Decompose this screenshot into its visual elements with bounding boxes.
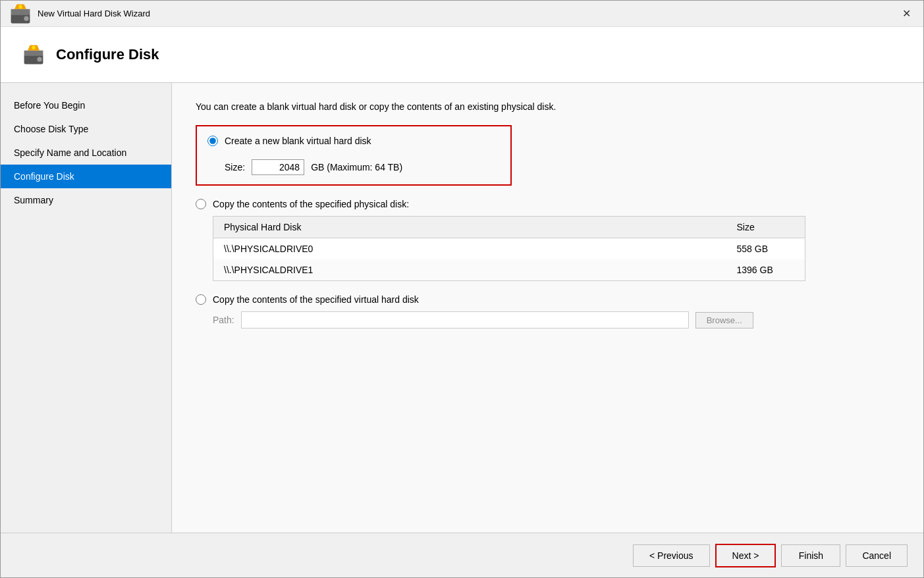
disk-name-cell: \\.\PHYSICALDRIVE1 <box>213 259 726 281</box>
size-row: Size: GB (Maximum: 64 TB) <box>225 159 500 175</box>
title-bar-left: New Virtual Hard Disk Wizard <box>9 2 150 26</box>
sidebar: Before You Begin Choose Disk Type Specif… <box>1 83 172 533</box>
physical-disk-table-section: Physical Hard Disk Size \\.\PHYSICALDRIV… <box>213 216 900 281</box>
cancel-button[interactable]: Cancel <box>846 544 908 567</box>
previous-button[interactable]: < Previous <box>633 544 710 567</box>
svg-point-7 <box>37 57 41 62</box>
svg-point-2 <box>24 16 28 20</box>
size-unit: GB (Maximum: 64 TB) <box>311 162 402 172</box>
create-new-label[interactable]: Create a new blank virtual hard disk <box>225 136 371 146</box>
copy-physical-option-group: Copy the contents of the specified physi… <box>196 199 900 281</box>
sidebar-item-summary[interactable]: Summary <box>1 188 171 212</box>
table-row[interactable]: \\.\PHYSICALDRIVE1 1396 GB <box>213 259 805 281</box>
finish-button[interactable]: Finish <box>781 544 840 567</box>
content-area: Before You Begin Choose Disk Type Specif… <box>1 83 923 533</box>
close-button[interactable]: ✕ <box>897 5 915 23</box>
titlebar-icon <box>9 2 32 26</box>
size-input[interactable] <box>252 159 304 175</box>
next-button[interactable]: Next > <box>715 544 776 567</box>
browse-button[interactable]: Browse... <box>695 312 753 328</box>
copy-virtual-option-group: Copy the contents of the specified virtu… <box>196 294 900 328</box>
create-new-radio[interactable] <box>207 136 218 146</box>
main-window: New Virtual Hard Disk Wizard ✕ Configure… <box>0 0 924 578</box>
sidebar-item-before-you-begin[interactable]: Before You Begin <box>1 93 171 117</box>
path-section: Path: Browse... <box>213 311 900 328</box>
svg-point-4 <box>18 5 22 8</box>
header-icon <box>22 43 45 66</box>
svg-rect-1 <box>11 9 30 14</box>
copy-virtual-radio-row: Copy the contents of the specified virtu… <box>196 294 900 305</box>
footer: < Previous Next > Finish Cancel <box>1 533 923 577</box>
description-text: You can create a blank virtual hard disk… <box>196 101 900 112</box>
svg-point-9 <box>32 46 35 49</box>
disk-size-cell: 1396 GB <box>726 259 805 281</box>
svg-rect-6 <box>24 51 43 56</box>
create-new-radio-row: Create a new blank virtual hard disk <box>207 136 500 146</box>
create-new-option-box: Create a new blank virtual hard disk Siz… <box>196 125 512 186</box>
table-row[interactable]: \\.\PHYSICALDRIVE0 558 GB <box>213 238 805 260</box>
sidebar-item-specify-name-location[interactable]: Specify Name and Location <box>1 141 171 165</box>
col-size-header: Size <box>726 217 805 238</box>
copy-physical-radio-row: Copy the contents of the specified physi… <box>196 199 900 209</box>
path-input[interactable] <box>241 311 689 328</box>
copy-virtual-label[interactable]: Copy the contents of the specified virtu… <box>213 294 419 305</box>
page-title: Configure Disk <box>56 46 159 63</box>
physical-disk-table: Physical Hard Disk Size \\.\PHYSICALDRIV… <box>213 216 805 281</box>
col-disk-header: Physical Hard Disk <box>213 217 726 238</box>
title-bar: New Virtual Hard Disk Wizard ✕ <box>1 1 923 27</box>
copy-physical-label[interactable]: Copy the contents of the specified physi… <box>213 199 409 209</box>
disk-name-cell: \\.\PHYSICALDRIVE0 <box>213 238 726 260</box>
window-title: New Virtual Hard Disk Wizard <box>38 9 150 18</box>
copy-virtual-radio[interactable] <box>196 294 206 305</box>
main-content: You can create a blank virtual hard disk… <box>172 83 923 533</box>
sidebar-item-choose-disk-type[interactable]: Choose Disk Type <box>1 117 171 141</box>
copy-physical-radio[interactable] <box>196 199 206 209</box>
header-area: Configure Disk <box>1 27 923 83</box>
sidebar-item-configure-disk[interactable]: Configure Disk <box>1 165 171 188</box>
disk-size-cell: 558 GB <box>726 238 805 260</box>
size-label: Size: <box>225 162 245 172</box>
path-label: Path: <box>213 315 234 325</box>
